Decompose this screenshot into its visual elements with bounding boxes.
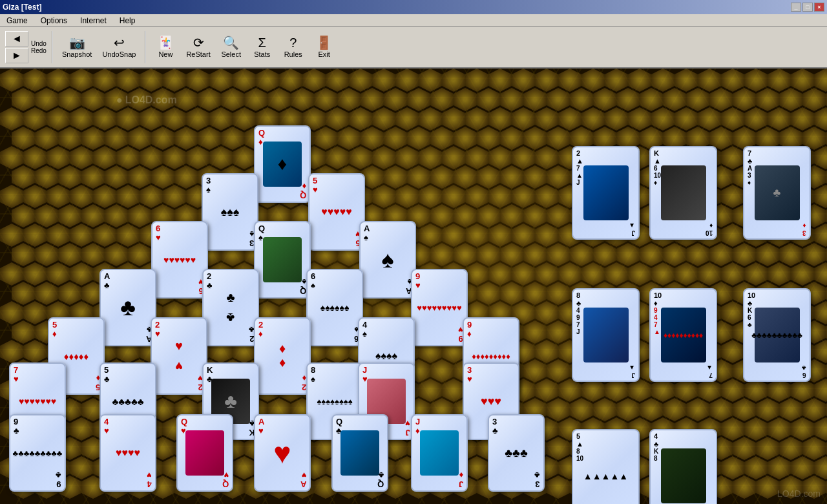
rules-icon: ? xyxy=(289,36,297,49)
card-9-clubs-r6[interactable]: 9♣ ♣♣♣♣♣♣♣♣♣ 9♣ xyxy=(9,414,66,492)
menu-game[interactable]: Game xyxy=(3,15,32,26)
side-card-r2c3[interactable]: 10♣K6♣ ♣♣♣♣♣♣♣♣♣♣ 6♣ xyxy=(743,288,811,382)
card-a-clubs-r3[interactable]: A♣ ♣ A♣ xyxy=(99,269,156,346)
card-6-hearts-r2[interactable]: 6♥ ♥♥♥♥♥♥ 6♥ xyxy=(151,221,208,299)
card-2-diamonds-r4[interactable]: 2♦ ♦ ♦ 2♦ xyxy=(254,317,311,395)
undosnap-label: UndoSnap xyxy=(102,50,136,58)
menu-help[interactable]: Help xyxy=(116,15,140,26)
undo-label: Undo xyxy=(31,40,47,47)
restart-icon: ⟳ xyxy=(193,36,204,49)
snapshot-button[interactable]: 📷 Snapshot xyxy=(58,35,96,59)
card-q-hearts-r6[interactable]: Q♥ Q♥ xyxy=(176,414,233,492)
watermark: ● LO4D.com xyxy=(116,94,177,106)
snapshot-icon: 📷 xyxy=(69,36,85,49)
restart-button[interactable]: ⟳ ReStart xyxy=(182,35,214,59)
exit-button[interactable]: 🚪 Exit xyxy=(310,35,339,59)
redo-button[interactable]: ► xyxy=(5,48,28,63)
title-bar-controls[interactable]: _ □ × xyxy=(791,3,824,12)
card-q-diamonds[interactable]: Q♦ ♦ Q♦ xyxy=(254,125,311,203)
redo-label: Redo xyxy=(31,47,47,54)
menu-options[interactable]: Options xyxy=(37,15,71,26)
toolbar-sep-1 xyxy=(52,31,53,63)
new-button[interactable]: 🃏 New xyxy=(151,35,180,59)
rules-label: Rules xyxy=(284,50,302,58)
card-4-hearts-r6[interactable]: 4♥ ♥♥♥♥ 4♥ xyxy=(99,414,156,492)
exit-label: Exit xyxy=(319,50,330,58)
game-area: ● LO4D.com Q♦ ♦ Q♦ 3♠ ♠♠♠ 3♠ 5♥ ♥♥♥♥♥ 5♥… xyxy=(0,68,827,504)
side-card-r1c2[interactable]: K▲610♦ 10♦ xyxy=(649,146,717,240)
card-6-spades-r3[interactable]: 6♠ ♠♠♠♠♠♠ 6♠ xyxy=(306,269,363,346)
card-a-spades-r2[interactable]: A♠ ♠ A♠ xyxy=(359,221,416,299)
maximize-button[interactable]: □ xyxy=(802,3,813,12)
toolbar: ◄ ► Undo Redo 📷 Snapshot ↩ UndoSnap 🃏 Ne… xyxy=(0,27,827,68)
side-card-r2c1[interactable]: 8♣497J J▲ xyxy=(572,288,640,382)
select-icon: 🔍 xyxy=(223,36,239,49)
title-bar: Giza [Test] _ □ × xyxy=(0,0,827,14)
side-card-r3c1[interactable]: 5▲810 ▲▲▲▲▲ 10▲ xyxy=(572,429,640,504)
undosnap-icon: ↩ xyxy=(114,36,125,49)
card-9-hearts-r3[interactable]: 9♥ ♥♥♥♥♥♥♥♥♥ 9♥ xyxy=(411,269,468,346)
new-icon: 🃏 xyxy=(158,36,174,49)
side-card-r2c2[interactable]: 10♦947▲ ♦♦♦♦♦♦♦♦♦♦ 7▲ xyxy=(649,288,717,382)
card-3-clubs-r6[interactable]: 3♣ ♣♣♣ 3♣ xyxy=(488,414,545,492)
undo-button[interactable]: ◄ xyxy=(5,31,28,47)
side-card-r3c2[interactable]: 4♣K8 8♣ xyxy=(649,429,717,504)
watermark-bottom: LO4D.com xyxy=(777,488,821,499)
undosnap-button[interactable]: ↩ UndoSnap xyxy=(98,35,140,59)
rules-button[interactable]: ? Rules xyxy=(279,35,308,59)
stats-label: Stats xyxy=(254,50,270,58)
snapshot-label: Snapshot xyxy=(62,50,92,58)
minimize-button[interactable]: _ xyxy=(791,3,801,12)
select-button[interactable]: 🔍 Select xyxy=(217,35,246,59)
stats-icon: Σ xyxy=(258,36,266,49)
menu-internet[interactable]: Internet xyxy=(76,15,110,26)
card-2-hearts-r4[interactable]: 2♥ ♥ ♥ 2♥ xyxy=(151,317,207,395)
card-j-diamonds-r6[interactable]: J♦ J♦ xyxy=(411,414,468,492)
restart-label: ReStart xyxy=(186,50,210,58)
toolbar-sep-2 xyxy=(145,31,146,63)
side-card-r1c1[interactable]: 2▲7▲J J▲ xyxy=(572,146,640,240)
menu-bar: Game Options Internet Help xyxy=(0,14,827,27)
card-3-spades-r1[interactable]: 3♠ ♠♠♠ 3♠ xyxy=(202,173,258,251)
new-label: New xyxy=(158,50,173,58)
side-card-r1c3[interactable]: 7♣A3♦ ♣ 3♦ xyxy=(743,146,811,240)
card-q-spades-r2[interactable]: Q♠ Q♠ xyxy=(254,221,311,299)
card-q-clubs-r6[interactable]: Q♣ Q♣ xyxy=(331,414,388,492)
close-button[interactable]: × xyxy=(814,3,824,12)
card-5-hearts-r1[interactable]: 5♥ ♥♥♥♥♥ 5♥ xyxy=(308,173,365,251)
stats-button[interactable]: Σ Stats xyxy=(248,35,277,59)
select-label: Select xyxy=(221,50,241,58)
card-2-clubs-r3[interactable]: 2♣ ♣ ♣ 2♣ xyxy=(202,269,259,346)
exit-icon: 🚪 xyxy=(316,36,332,49)
window-title: Giza [Test] xyxy=(3,3,41,12)
card-a-hearts-r6[interactable]: A♥ ♥ A♥ xyxy=(254,414,311,492)
